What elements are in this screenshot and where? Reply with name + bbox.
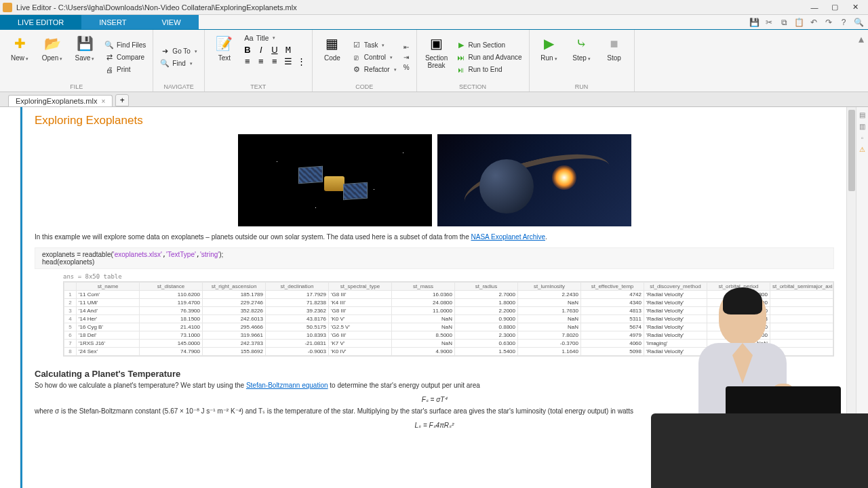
monospace-button[interactable]: M [283,45,293,55]
italic-button[interactable]: I [256,45,266,55]
section-group-label: SECTION [422,83,524,90]
section-break-button[interactable]: ▣Section Break [422,33,451,82]
task-button[interactable]: ☑Task [351,40,398,51]
table-row: 7'1RXS J16'145.0000242.3783-21.0831'K7 V… [64,340,833,348]
undo-icon[interactable]: ↶ [807,16,821,28]
list-ordered-icon[interactable]: ☰ [283,56,293,66]
align-center-icon[interactable]: ≡ [256,56,266,66]
editor: Exploring Exoplanets In this example we … [0,107,868,488]
open-button[interactable]: 📂Open [38,33,66,82]
image-exoplanet [437,134,631,226]
table-header: st_mass [392,283,455,291]
intro-paragraph: In this example we will explore some dat… [35,233,834,241]
save-quick-icon[interactable]: 💾 [747,16,761,28]
table-header: st_spectral_type [329,283,392,291]
vertical-scrollbar[interactable] [846,107,856,488]
indent-left-icon[interactable]: ⇤ [402,43,411,52]
code-block-1[interactable]: 12 exoplanets = readtable('exoplanets.xl… [35,247,834,269]
text-button[interactable]: 📝Text [210,33,239,82]
doc-tab-label: ExploringExoplanets.mlx [16,97,97,105]
tab-insert[interactable]: INSERT [81,15,144,29]
cut-icon[interactable]: ✂ [762,16,776,28]
code-button[interactable]: ▦Code [318,33,347,82]
run-section-button[interactable]: ▶Run Section [455,40,524,51]
stop-button[interactable]: ■Stop [600,33,629,82]
new-button[interactable]: ✚New [5,33,34,82]
align-right-icon[interactable]: ≡ [270,56,279,66]
control-button[interactable]: ⎚Control [351,52,398,63]
table-header: st_right_ascension [203,283,266,291]
output-right-icon[interactable]: ▥ [859,123,865,130]
table-row: 4'14 Her'18.1500242.601343.8176'K0 V'NaN… [64,315,833,323]
close-button[interactable]: ✕ [845,1,865,14]
image-satellite [238,134,432,226]
goto-button[interactable]: ➜Go To [159,46,199,57]
window-title: Live Editor - C:\Users\lgha\Downloads\No… [16,3,804,12]
right-message-strip: ▤ ▥ ▫ ⚠ [856,107,868,488]
table-header: st_effective_temp [581,283,644,291]
stefan-boltzmann-link[interactable]: Stefan-Boltzmann equation [246,382,328,389]
run-to-end-button[interactable]: ⏯Run to End [455,64,524,75]
ribbon: ✚New 📂Open 💾Save 🔍Find Files ⇄Compare 🖨P… [0,30,868,92]
output-inline-icon[interactable]: ▤ [859,111,865,119]
table-row: 6'18 Del'73.1000319.966110.8393'G6 III'8… [64,331,833,340]
table-header: st_orbital_period [707,283,770,291]
section-heading-calc: Calculating a Planet's Temperature [35,369,834,379]
table-row: 5'16 Cyg B'21.4100295.466650.5175'G2.5 V… [64,323,833,331]
minimize-button[interactable]: — [804,1,825,14]
underline-button[interactable]: U [270,45,279,55]
ans-label: ans = 8x50 table [63,273,834,280]
tab-live-editor[interactable]: LIVE EDITOR [0,15,81,29]
formula-2: Lₛ = Fₛ4πRₛ² [35,422,834,429]
ribbon-tabs: LIVE EDITOR INSERT VIEW 💾 ✂ ⧉ 📋 ↶ ↷ ? 🔍 [0,15,868,30]
find-button[interactable]: 🔍Find [159,58,199,69]
navigate-group-label: NAVIGATE [159,83,199,90]
table-header: st_discovery_method [644,283,707,291]
table-header: st_radius [455,283,518,291]
table-row: 1'11 Com'110.6200185.178917.7929'G8 III'… [64,291,833,299]
calc-paragraph-1: So how do we calculate a planet's temper… [35,382,834,389]
print-button[interactable]: 🖨Print [103,64,147,75]
help-icon[interactable]: ? [837,16,850,28]
output-table: st_namest_distancest_right_ascensionst_d… [63,281,834,357]
indent-right-icon[interactable]: ⇥ [402,53,411,62]
table-header [64,283,77,291]
paste-icon[interactable]: 📋 [792,16,806,28]
run-button[interactable]: ▶Run [535,33,564,82]
table-header: st_name [77,283,140,291]
redo-icon[interactable]: ↷ [822,16,835,28]
text-group-label: TEXT [210,83,307,90]
title-style-button[interactable]: AaTitle [243,33,277,43]
find-files-button[interactable]: 🔍Find Files [103,40,147,51]
run-and-advance-button[interactable]: ⏭Run and Advance [455,52,524,63]
search-quick-icon[interactable]: 🔍 [852,16,865,28]
align-left-icon[interactable]: ≡ [243,56,252,66]
compare-button[interactable]: ⇄Compare [103,52,147,63]
document[interactable]: Exploring Exoplanets In this example we … [20,107,846,488]
table-row: 3'14 And'76.3900352.822639.2362'G8 III'1… [64,307,833,315]
file-group-label: FILE [5,83,147,90]
save-button[interactable]: 💾Save [71,33,99,82]
nasa-archive-link[interactable]: NASA Exoplanet Archive [471,233,546,241]
table-row: 2'11 UMi'119.4700229.274671.8238'K4 III'… [64,299,833,307]
maximize-button[interactable]: ▢ [825,1,845,14]
title-bar: Live Editor - C:\Users\lgha\Downloads\No… [0,0,868,15]
new-tab-button[interactable]: + [115,94,129,106]
collapse-ribbon-icon[interactable]: ▴ [854,30,868,92]
close-tab-icon[interactable]: × [101,98,105,105]
tab-view[interactable]: VIEW [144,15,198,29]
step-button[interactable]: ⤷Step [568,33,596,82]
doc-title: Exploring Exoplanets [35,114,834,127]
bold-button[interactable]: B [243,45,252,55]
copy-icon[interactable]: ⧉ [777,16,791,28]
refactor-button[interactable]: ⚙Refactor [351,64,398,75]
list-unordered-icon[interactable]: ⋮ [297,56,307,66]
app-icon [3,3,12,12]
code-group-label: CODE [318,83,411,90]
comment-icon[interactable]: % [402,63,411,72]
hide-output-icon[interactable]: ▫ [861,134,864,142]
run-group-label: RUN [535,83,629,90]
formula-1: Fₛ = σT⁴ [35,396,834,403]
doc-tab-exploring[interactable]: ExploringExoplanets.mlx × [8,95,113,106]
warning-icon[interactable]: ⚠ [859,146,865,153]
